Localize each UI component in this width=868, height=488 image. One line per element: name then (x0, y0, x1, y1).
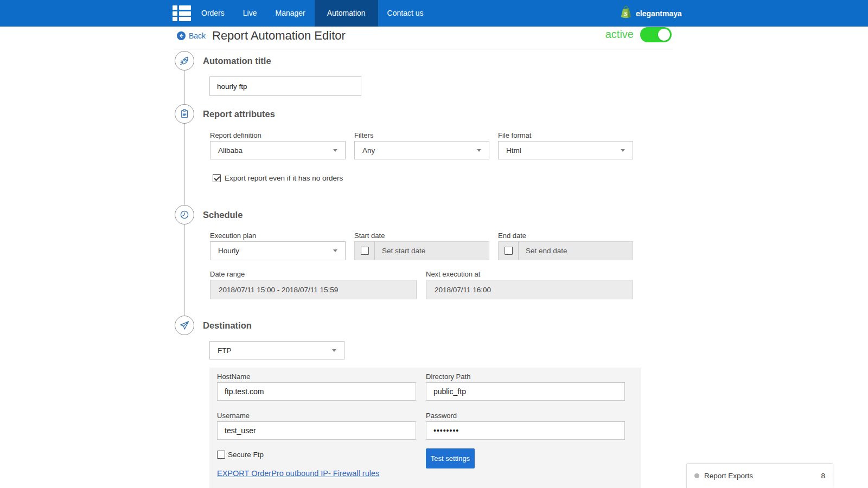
user-name: elegantmaya (636, 9, 682, 18)
directory-path-input[interactable] (426, 382, 625, 401)
execution-plan-value: Hourly (218, 247, 239, 255)
file-format-value: Html (506, 146, 521, 155)
automation-title-step-node (175, 51, 194, 70)
end-date-label: End date (498, 232, 526, 240)
execution-plan-label: Execution plan (210, 232, 256, 240)
automation-title-heading: Automation title (203, 56, 271, 66)
header-divider (174, 49, 673, 49)
start-date-checkbox-cell (355, 242, 375, 260)
status-active-label: active (564, 28, 634, 41)
destination-step-node (175, 316, 194, 335)
export-empty-checkbox-row: Export report even if it has no orders (213, 174, 343, 182)
filters-select[interactable]: Any (354, 141, 489, 159)
rocket-icon (178, 55, 190, 67)
destination-heading: Destination (203, 320, 252, 331)
start-date-label: Start date (354, 232, 385, 240)
nav-item-automation[interactable]: Automation (315, 0, 378, 27)
destination-type-value: FTP (218, 346, 232, 355)
chevron-down-icon (333, 249, 337, 252)
date-range-value: 2018/07/11 15:00 - 2018/07/11 15:59 (219, 286, 338, 294)
username-input[interactable] (217, 421, 416, 440)
destination-type-select[interactable]: FTP (209, 341, 344, 359)
menu-icon-square (173, 11, 177, 16)
start-date-checkbox[interactable] (361, 247, 369, 255)
username-label: Username (217, 412, 250, 420)
top-nav-bar: Orders Live Manager Automation Contact u… (0, 0, 868, 27)
page-title: Report Automation Editor (212, 29, 346, 43)
menu-icon-bar (179, 11, 191, 16)
end-date-field: Set end date (498, 241, 633, 260)
start-date-field: Set start date (354, 241, 489, 260)
execution-plan-select[interactable]: Hourly (210, 241, 346, 260)
back-arrow-icon (177, 31, 186, 40)
next-execution-field: 2018/07/11 16:00 (426, 280, 633, 299)
schedule-step-node (175, 205, 194, 224)
directory-path-label: Directory Path (426, 373, 470, 381)
file-format-label: File format (498, 131, 531, 139)
menu-icon-bar (179, 17, 191, 21)
clipboard-icon (178, 108, 190, 120)
clock-icon (178, 209, 190, 221)
password-input[interactable] (426, 421, 625, 440)
toggle-knob (658, 29, 670, 41)
chevron-down-icon (332, 349, 336, 352)
report-definition-label: Report definition (210, 131, 261, 139)
nav-menu: Orders Live Manager Automation Contact u… (192, 0, 433, 27)
date-range-label: Date range (210, 270, 245, 278)
secure-ftp-row: Secure Ftp (217, 451, 264, 459)
report-exports-label: Report Exports (704, 472, 816, 480)
filters-value: Any (362, 146, 375, 155)
export-empty-checkbox[interactable] (213, 174, 221, 182)
hostname-input[interactable] (217, 382, 416, 401)
nav-item-orders[interactable]: Orders (192, 0, 234, 27)
status-dot-icon (694, 473, 699, 478)
report-exports-count: 8 (821, 472, 825, 480)
end-date-checkbox[interactable] (505, 247, 513, 255)
secure-ftp-checkbox[interactable] (217, 451, 225, 459)
nav-item-contact-us[interactable]: Contact us (378, 0, 433, 27)
report-attributes-step-node (175, 104, 194, 124)
user-account[interactable]: S elegantmaya (620, 0, 682, 27)
file-format-select[interactable]: Html (498, 141, 633, 159)
chevron-down-icon (621, 149, 625, 152)
svg-text:S: S (624, 10, 627, 17)
nav-item-manager[interactable]: Manager (266, 0, 314, 27)
chevron-down-icon (477, 149, 481, 152)
back-label: Back (189, 31, 206, 40)
app-menu-icon[interactable] (173, 5, 191, 21)
report-automation-editor-screen: Orders Live Manager Automation Contact u… (0, 0, 868, 488)
report-exports-panel[interactable]: Report Exports 8 (686, 463, 833, 488)
report-definition-value: Alibaba (218, 146, 242, 155)
menu-icon-bar (179, 5, 191, 10)
chevron-down-icon (333, 149, 337, 152)
active-toggle[interactable] (640, 27, 672, 42)
next-execution-value: 2018/07/11 16:00 (435, 286, 491, 294)
next-execution-label: Next execution at (426, 270, 480, 278)
menu-icon-square (173, 5, 177, 10)
report-definition-select[interactable]: Alibaba (210, 141, 346, 159)
secure-ftp-label: Secure Ftp (228, 451, 264, 459)
firewall-rules-link[interactable]: EXPORT OrderPro outbound IP- Firewall ru… (217, 469, 379, 478)
filters-label: Filters (354, 131, 373, 139)
automation-title-input[interactable] (209, 76, 361, 96)
date-range-field: 2018/07/11 15:00 - 2018/07/11 15:59 (210, 280, 417, 299)
end-date-checkbox-cell (499, 242, 519, 260)
end-date-placeholder[interactable]: Set end date (519, 247, 567, 255)
export-empty-label: Export report even if it has no orders (225, 174, 343, 182)
paper-plane-icon (178, 319, 190, 331)
report-attributes-heading: Report attributes (203, 109, 275, 119)
shopify-bag-icon: S (620, 5, 631, 21)
hostname-label: HostName (217, 373, 250, 381)
menu-icon-square (173, 17, 177, 21)
password-label: Password (426, 412, 457, 420)
nav-item-live[interactable]: Live (234, 0, 266, 27)
start-date-placeholder[interactable]: Set start date (375, 247, 425, 255)
schedule-heading: Schedule (203, 210, 242, 220)
back-button[interactable]: Back (177, 31, 206, 40)
test-settings-button[interactable]: Test settings (426, 448, 475, 468)
